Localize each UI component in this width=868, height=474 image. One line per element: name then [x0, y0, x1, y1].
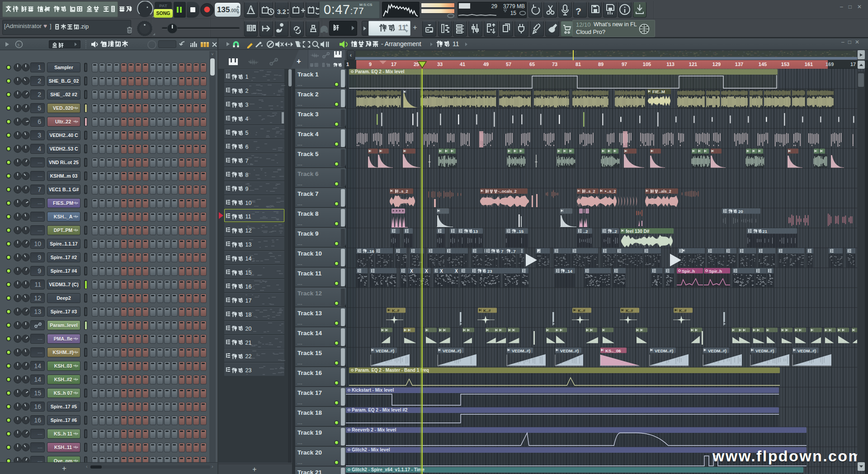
svg-text:X: X: [425, 269, 428, 274]
svg-text:3.2: 3.2: [277, 8, 286, 15]
svg-text:VEDM..#): VEDM..#): [443, 348, 461, 353]
svg-text:..2: ..2: [612, 229, 617, 234]
svg-text:K..#: K..#: [679, 308, 687, 313]
svg-text:Reeverb 2 - Mix level: Reeverb 2 - Mix level: [352, 427, 396, 432]
svg-text:7: 7: [501, 249, 503, 254]
svg-text:?: ?: [576, 6, 581, 16]
svg-text:K..#: K..#: [626, 308, 633, 313]
svg-text:Spir..h: Spir..h: [709, 269, 722, 274]
svg-text:K..#: K..#: [578, 308, 585, 313]
svg-text:..15: ..15: [516, 229, 524, 234]
svg-text:..7: ..7: [511, 249, 516, 254]
svg-text:X: X: [410, 269, 413, 274]
svg-text:VEDM..#): VEDM..#): [376, 348, 394, 353]
svg-text:VEDM..#): VEDM..#): [797, 348, 816, 353]
svg-text:23: 23: [487, 269, 492, 274]
svg-text:X: X: [455, 269, 458, 274]
svg-text:VEDM..#): VEDM..#): [560, 348, 579, 353]
svg-text:KS.._06: KS.._06: [605, 348, 621, 353]
svg-text:..16: ..16: [367, 249, 374, 254]
svg-text:..s_2: ..s_2: [586, 189, 595, 194]
svg-text:..s_2: ..s_2: [399, 189, 408, 194]
svg-text:VEDM..#): VEDM..#): [655, 348, 673, 353]
svg-text:13: 13: [473, 229, 478, 234]
svg-text:Glitch2 - Mix level: Glitch2 - Mix level: [352, 447, 390, 452]
svg-text:..14: ..14: [565, 269, 573, 274]
svg-text:5: 5: [18, 43, 20, 47]
svg-text:feel 130 D#: feel 130 D#: [626, 229, 650, 234]
svg-text:Param. EQ 2 - Mix level: Param. EQ 2 - Mix level: [355, 69, 405, 74]
svg-text:VEDM..#): VEDM..#): [708, 348, 726, 353]
svg-text:Spir..h: Spir..h: [682, 269, 695, 274]
svg-text:‣..s_2: ‣..s_2: [604, 189, 616, 194]
svg-text:-..ocals_2: -..ocals_2: [498, 189, 517, 194]
svg-text:VEDM..#): VEDM..#): [512, 348, 530, 353]
svg-text:21: 21: [762, 229, 767, 234]
svg-text:VEDM..#): VEDM..#): [755, 348, 774, 353]
svg-text:Param. EQ 2 - Master - Band 1: Param. EQ 2 - Master - Band 1 freq: [355, 368, 429, 373]
svg-text:Glitch2 - Spire_x64_v1.1.17 -: Glitch2 - Spire_x64_v1.1.17 - Time: [352, 467, 425, 472]
svg-text:K..#: K..#: [483, 308, 491, 313]
svg-text:X: X: [440, 269, 443, 274]
svg-text:FIE..M: FIE..M: [652, 89, 665, 94]
svg-text:..als_2: ..als_2: [659, 189, 671, 194]
svg-text:..2: ..2: [583, 229, 588, 234]
svg-text:Kickstart - Mix level: Kickstart - Mix level: [352, 388, 394, 393]
svg-text:K..#: K..#: [392, 308, 400, 313]
svg-text:20: 20: [738, 209, 743, 214]
svg-text:Param. EQ 2 - Mix level #2: Param. EQ 2 - Mix level #2: [352, 408, 408, 412]
